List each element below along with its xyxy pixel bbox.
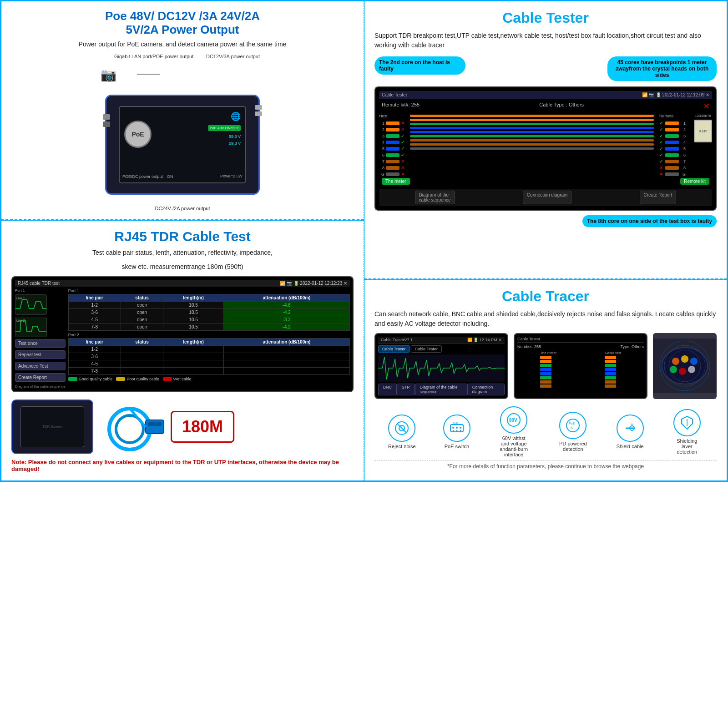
- callout-right-text: 45 cores have breakpoints 1 meter awayfr…: [607, 56, 717, 81]
- ct-status-icons: 📶 📷 🔋 2022-01-12 12:12:09 ✕: [642, 92, 709, 97]
- tdr-desc2: skew etc. measurementrange 180m (590ft): [11, 262, 354, 272]
- tdr-left-panel: Port 1 Link 1 Link 2 Tes: [15, 288, 66, 389]
- cable-tester-desc: Support TDR breakpoint test,UTP cable te…: [374, 31, 717, 50]
- poe-on-off-badge: PoE 48V ON/OFF: [208, 125, 241, 131]
- svg-point-26: [452, 427, 454, 429]
- shield-cable-icon: [617, 415, 644, 442]
- distance-display: 180M: [171, 411, 234, 443]
- remote-kit-label: Remote kit#: 255: [382, 102, 420, 111]
- pin-g-left: G✕: [379, 172, 404, 177]
- cable-tracer-section: Cable Tracer Can search network cable, B…: [364, 279, 727, 481]
- ct-header: Cable Tester 📶 📷 🔋 2022-01-12 12:12:09 ✕: [379, 91, 712, 99]
- tdr-main-area: Port 1 line pair status length(m) attenu…: [68, 288, 350, 389]
- callout-left-text: The 2nd core on the host is faulty: [374, 56, 465, 75]
- svg-text:PoE: PoE: [569, 422, 575, 425]
- diagram-btn[interactable]: Diagram of the cable sequence: [415, 384, 467, 395]
- svg-text:PoE: PoE: [453, 422, 458, 425]
- meter-label: The meter: [382, 178, 410, 185]
- table-row: 7-8: [68, 367, 349, 374]
- pin-8-left: 8✕: [379, 165, 404, 170]
- voltage2-display: 59.3 V: [229, 141, 241, 146]
- cable-tester-label: Cable Tester: [517, 337, 644, 343]
- dc24v-label: DC24V /2A power output: [155, 206, 210, 211]
- ct-btn-report[interactable]: Create Report: [640, 191, 677, 204]
- tab-cable-tracer[interactable]: Cable Tracer: [378, 345, 410, 353]
- pin-6-left: 6✓: [379, 152, 404, 157]
- table-row: 4-5: [68, 360, 349, 367]
- legend-wet: Wet cable: [163, 377, 192, 381]
- icon-pd-powered: PoEPD PD powered detection: [557, 412, 589, 452]
- 60v-icon: 80V: [500, 406, 527, 434]
- advanced-test-button[interactable]: Advanced Test: [15, 362, 66, 370]
- dc12v-label: DC12V/3A power output: [206, 54, 260, 59]
- tracer-tabs: Cable Tracer Cable Tester: [378, 345, 505, 353]
- 60v-label: 60V withst and voltage andanti-burn inte…: [498, 435, 530, 457]
- pin-6-right: ✓6: [659, 152, 686, 157]
- svg-point-14: [679, 368, 686, 375]
- repeat-test-button[interactable]: Repeat test: [15, 350, 66, 359]
- stp-btn[interactable]: STP: [397, 384, 415, 395]
- icon-shield-cable: Shield cable: [617, 415, 644, 449]
- icon-poe-switch: PoE PoE switch: [443, 415, 470, 449]
- connection-btn[interactable]: Connection diagram: [467, 384, 505, 395]
- middle-wires: [408, 114, 656, 151]
- footer-note: *For more details of function parameters…: [374, 460, 717, 472]
- tdr-table-port1: line pair status length(m) attenuation (…: [68, 294, 350, 331]
- pin-5-right: ✓5: [659, 146, 686, 151]
- cable-tester-screen: Cable Tester 📶 📷 🔋 2022-01-12 12:12:09 ✕…: [374, 86, 717, 211]
- ct-info-row: Remote kit#: 255 Cable Type : Others ✕: [379, 101, 712, 112]
- cable-tracer-title: Cable Tracer: [374, 288, 717, 305]
- poe-switch-label: PoE switch: [445, 444, 469, 449]
- icon-reject-noise: Reject noise: [388, 415, 416, 449]
- link2-waveform: Link 2: [15, 317, 47, 337]
- pin-1-right: ✓1: [659, 121, 686, 126]
- poe-switch-icon: PoE: [443, 415, 470, 442]
- ct-title: Cable Tester: [382, 92, 407, 97]
- pin-3-right: ✓3: [659, 133, 686, 138]
- test-once-button[interactable]: Test once: [15, 339, 66, 348]
- icon-shielding: Shielding laver detection: [671, 409, 703, 455]
- crystal-head-area: 12345678 RJ45: [694, 114, 712, 142]
- tdr-title-bar: RJ45 cable TDR test 📶 📷 🔋 2022-01-12 12:…: [15, 280, 350, 287]
- right-pins: Remote ✓1 ✓2 ✓3 ✓4 ✓5 ✓6 ✓7 ✕8 ✕G: [659, 114, 686, 177]
- waveform-svg: [378, 354, 505, 382]
- svg-text:80V: 80V: [509, 418, 517, 423]
- ct-btn-diagram[interactable]: Diagram of thecable sequence: [415, 191, 455, 204]
- create-report-button[interactable]: Create Report: [15, 373, 66, 382]
- pin-2-left: 2✕: [379, 127, 404, 132]
- type-label: Type: Others: [620, 344, 644, 349]
- cable-tracer-desc: Can search network cable, BNC cable and …: [374, 309, 717, 329]
- cable-tester-info-row: Number: 255 Type: Others: [517, 344, 644, 349]
- col-status: status: [121, 294, 163, 301]
- pin-7-right: ✓7: [659, 159, 686, 164]
- svg-point-11: [681, 355, 688, 363]
- table-row: 1-2open10.5-4.6: [68, 301, 349, 308]
- pin-4-left: 4✓: [379, 140, 404, 145]
- reject-noise-label: Reject noise: [388, 444, 416, 449]
- port1-header: Port 1: [68, 288, 350, 293]
- svg-point-13: [670, 366, 677, 373]
- tracer-pins-right: Cable test: [605, 351, 621, 388]
- diagram-label: Diagram of the cable sequence: [15, 384, 66, 389]
- tdr-desc1: Test cable pair status, lenth, attenuati…: [11, 248, 354, 258]
- table-row: 3-6: [68, 353, 349, 360]
- table-row: 7-8open10.5-4.2: [68, 323, 349, 330]
- reject-noise-icon: [388, 415, 415, 442]
- pin-2-right: ✓2: [659, 127, 686, 132]
- tab-cable-tester[interactable]: Cable Tester: [411, 345, 442, 353]
- svg-text:PD: PD: [570, 426, 574, 429]
- col-attenuation: attenuation (dB/100m): [223, 294, 349, 301]
- icons-row: Reject noise PoE PoE switch 80V 60V with…: [374, 406, 717, 457]
- left-pins: Host 1✕ 2✕ 3✓ 4✓ 5✓ 6✓ 7✕ 8✕ G✕: [379, 114, 404, 177]
- callout-area: The 2nd core on the host is faulty 45 co…: [374, 55, 717, 83]
- tdr-screen: RJ45 cable TDR test 📶 📷 🔋 2022-01-12 12:…: [11, 276, 354, 392]
- tracer-right-panel: Cable Tester Number: 255 Type: Others Th…: [514, 333, 647, 399]
- ct-btn-connection[interactable]: Connection diagram: [523, 191, 572, 204]
- col-length-2: length(m): [163, 338, 224, 345]
- bnc-btn[interactable]: BNC: [378, 384, 397, 395]
- poe-dc-output-label: POE/DC power output：ON: [122, 174, 173, 180]
- poe-description: Power output for PoE camera, and detect …: [11, 40, 354, 49]
- pd-icon: PoEPD: [559, 412, 586, 439]
- col-line-pair-2: line pair: [68, 338, 121, 345]
- pin-g-right: ✕G: [659, 172, 686, 177]
